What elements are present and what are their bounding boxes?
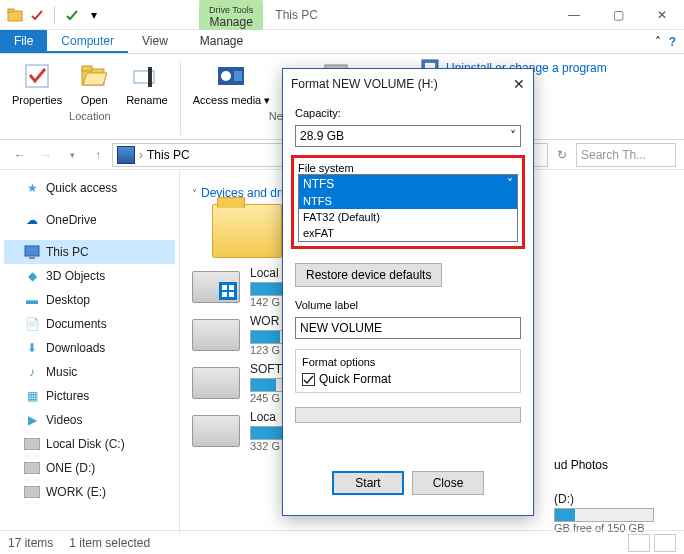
- sidebar-item-3dobjects[interactable]: ◆3D Objects: [4, 264, 175, 288]
- volume-label-input[interactable]: NEW VOLUME: [295, 317, 521, 339]
- chevron-down-icon: ˅: [510, 129, 516, 143]
- sidebar-item-oned[interactable]: ONE (D:): [4, 456, 175, 480]
- tab-view[interactable]: View: [128, 30, 182, 53]
- svg-rect-24: [229, 292, 234, 297]
- folder-icon[interactable]: [212, 204, 282, 258]
- drive-icon: [24, 460, 40, 476]
- ribbon-collapse-icon[interactable]: ˄: [655, 35, 661, 49]
- fs-option-exfat[interactable]: exFAT: [299, 225, 517, 241]
- tab-computer[interactable]: Computer: [47, 30, 128, 53]
- document-icon: 📄: [24, 316, 40, 332]
- titlebar: ▾ Drive Tools Manage This PC — ▢ ✕: [0, 0, 684, 30]
- music-icon: ♪: [24, 364, 40, 380]
- sidebar-item-pictures[interactable]: ▦Pictures: [4, 384, 175, 408]
- back-button[interactable]: ←: [8, 143, 32, 167]
- recent-button[interactable]: ▾: [60, 143, 84, 167]
- group-location-label: Location: [69, 110, 111, 122]
- sidebar-item-localc[interactable]: Local Disk (C:): [4, 432, 175, 456]
- thispc-icon: [117, 146, 135, 164]
- sidebar-item-videos[interactable]: ▶Videos: [4, 408, 175, 432]
- drive-icon: [192, 367, 240, 399]
- forward-button[interactable]: →: [34, 143, 58, 167]
- sidebar: ★Quick access ☁OneDrive This PC ◆3D Obje…: [0, 170, 180, 534]
- media-icon: [215, 60, 247, 92]
- drive-item-d[interactable]: (D:)GB free of 150 GB: [554, 492, 684, 534]
- ribbon-tabs: File Computer View Manage ˄ ?: [0, 30, 684, 54]
- dialog-close-button[interactable]: ✕: [513, 76, 525, 92]
- window-title: This PC: [275, 8, 318, 22]
- svg-rect-9: [234, 71, 242, 81]
- picture-icon: ▦: [24, 388, 40, 404]
- breadcrumb-path[interactable]: This PC: [147, 148, 190, 162]
- svg-rect-1: [8, 9, 14, 12]
- open-button[interactable]: Open: [74, 58, 114, 108]
- sidebar-item-onedrive[interactable]: ☁OneDrive: [4, 208, 175, 232]
- properties-button[interactable]: Properties: [8, 58, 66, 108]
- status-count: 17 items: [8, 536, 53, 550]
- close-format-button[interactable]: Close: [412, 471, 484, 495]
- minimize-button[interactable]: —: [552, 0, 596, 30]
- sidebar-item-downloads[interactable]: ⬇Downloads: [4, 336, 175, 360]
- chevron-down-icon: ˅: [507, 177, 513, 191]
- qat-check-icon[interactable]: [63, 6, 81, 24]
- maximize-button[interactable]: ▢: [596, 0, 640, 30]
- dialog-title: Format NEW VOLUME (H:): [291, 77, 438, 91]
- desktop-icon: ▬: [24, 292, 40, 308]
- drive-icon: [24, 484, 40, 500]
- format-dialog: Format NEW VOLUME (H:) ✕ Capacity: 28.9 …: [282, 68, 534, 516]
- icons-view-button[interactable]: [654, 534, 676, 552]
- status-selected: 1 item selected: [69, 536, 150, 550]
- file-system-label: File system: [298, 162, 518, 174]
- quick-format-checkbox[interactable]: Quick Format: [302, 372, 514, 386]
- svg-rect-18: [24, 462, 40, 474]
- fs-option-fat32[interactable]: FAT32 (Default): [299, 209, 517, 225]
- format-options-group: Format options Quick Format: [295, 349, 521, 393]
- drive-icon: [192, 271, 240, 303]
- qat-properties-icon[interactable]: [28, 6, 46, 24]
- details-view-button[interactable]: [628, 534, 650, 552]
- access-media-button[interactable]: Access media ▾: [189, 58, 275, 108]
- sidebar-item-desktop[interactable]: ▬Desktop: [4, 288, 175, 312]
- drive-icon: [24, 436, 40, 452]
- label-photos: ud Photos: [554, 458, 684, 472]
- restore-defaults-button[interactable]: Restore device defaults: [295, 263, 442, 287]
- svg-point-8: [221, 71, 231, 81]
- refresh-button[interactable]: ↻: [550, 148, 574, 162]
- file-system-options: NTFS FAT32 (Default) exFAT: [299, 193, 517, 241]
- close-button[interactable]: ✕: [640, 0, 684, 30]
- sidebar-item-worke[interactable]: WORK (E:): [4, 480, 175, 504]
- cube-icon: ◆: [24, 268, 40, 284]
- contextual-tab-drive-tools[interactable]: Drive Tools Manage: [199, 0, 263, 30]
- rename-button[interactable]: Rename: [122, 58, 172, 108]
- qat-dropdown-icon[interactable]: ▾: [85, 6, 103, 24]
- sidebar-item-documents[interactable]: 📄Documents: [4, 312, 175, 336]
- tab-file[interactable]: File: [0, 30, 47, 53]
- drive-icon: [192, 415, 240, 447]
- search-input[interactable]: Search Th...: [576, 143, 676, 167]
- capacity-label: Capacity:: [295, 107, 521, 119]
- svg-rect-17: [24, 438, 40, 450]
- capacity-select[interactable]: 28.9 GB˅: [295, 125, 521, 147]
- tab-manage[interactable]: Manage: [188, 30, 255, 53]
- svg-rect-16: [29, 257, 35, 259]
- svg-rect-15: [25, 246, 39, 256]
- file-system-highlight: File system NTFS˅ NTFS FAT32 (Default) e…: [291, 155, 525, 249]
- svg-rect-4: [82, 66, 92, 71]
- monitor-icon: [24, 244, 40, 260]
- sidebar-item-quick-access[interactable]: ★Quick access: [4, 176, 175, 200]
- volume-label-label: Volume label: [295, 299, 521, 311]
- open-icon: [78, 60, 110, 92]
- fs-option-ntfs[interactable]: NTFS: [299, 193, 517, 209]
- checkbox-checked-icon: [302, 373, 315, 386]
- svg-rect-19: [24, 486, 40, 498]
- svg-rect-20: [219, 282, 237, 300]
- video-icon: ▶: [24, 412, 40, 428]
- sidebar-item-music[interactable]: ♪Music: [4, 360, 175, 384]
- help-icon[interactable]: ?: [669, 35, 676, 49]
- sidebar-item-thispc[interactable]: This PC: [4, 240, 175, 264]
- up-button[interactable]: ↑: [86, 143, 110, 167]
- start-button[interactable]: Start: [332, 471, 404, 495]
- svg-rect-22: [229, 285, 234, 290]
- download-icon: ⬇: [24, 340, 40, 356]
- file-system-select[interactable]: NTFS˅ NTFS FAT32 (Default) exFAT: [298, 174, 518, 242]
